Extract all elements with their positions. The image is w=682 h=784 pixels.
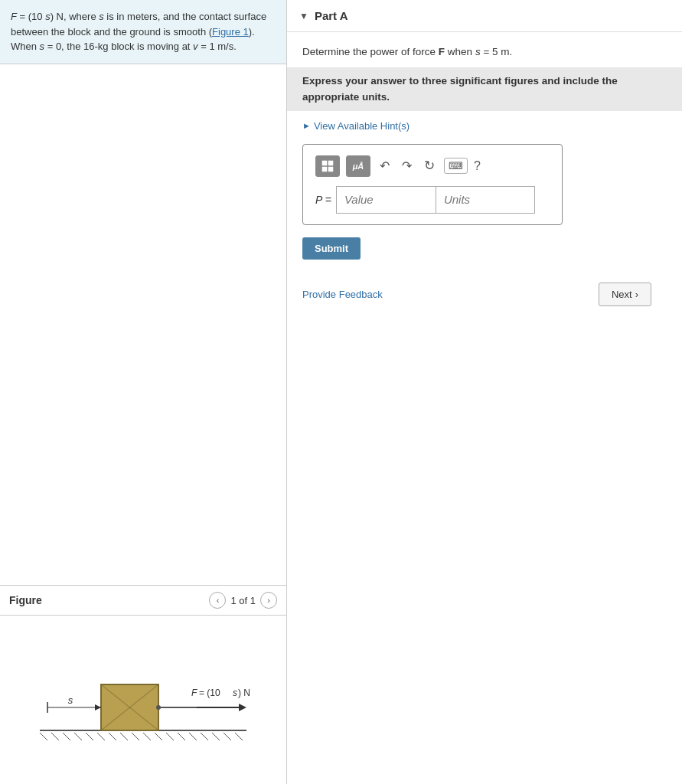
svg-line-9 <box>132 733 139 740</box>
figure-section: Figure ‹ 1 of 1 › <box>0 64 286 785</box>
matrix-icon <box>321 159 334 173</box>
next-button[interactable]: Next › <box>599 283 651 306</box>
svg-text:= (10: = (10 <box>199 688 220 698</box>
svg-line-14 <box>189 733 197 740</box>
figure-nav: ‹ 1 of 1 › <box>209 592 277 609</box>
toolbar: μÅ ↶ ↷ ↻ ⌨ ? <box>315 155 550 177</box>
svg-line-3 <box>63 733 70 740</box>
keyboard-button[interactable]: ⌨ <box>444 158 468 174</box>
svg-line-10 <box>143 733 151 740</box>
left-panel: F = (10 s) N, where s is in meters, and … <box>0 0 287 784</box>
svg-line-8 <box>120 733 128 740</box>
reset-button[interactable]: ↻ <box>421 156 438 175</box>
figure-svg: s F = (10 s ) N <box>24 635 262 757</box>
figure-title: Figure <box>9 594 42 606</box>
matrix-button[interactable] <box>315 155 340 177</box>
input-row: P = <box>315 186 550 214</box>
svg-rect-34 <box>322 161 327 165</box>
feedback-link[interactable]: Provide Feedback <box>302 289 383 300</box>
instruction-text: Express your answer to three significant… <box>287 67 682 111</box>
undo-button[interactable]: ↶ <box>377 157 393 175</box>
svg-line-7 <box>109 733 116 740</box>
svg-text:s: s <box>233 688 237 698</box>
svg-text:s: s <box>68 694 73 706</box>
next-chevron-icon: › <box>635 289 638 300</box>
svg-line-16 <box>212 733 220 740</box>
svg-line-5 <box>86 733 93 740</box>
answer-box: μÅ ↶ ↷ ↻ ⌨ ? P = <box>302 144 563 225</box>
svg-line-13 <box>178 733 185 740</box>
problem-text-content: F = (10 s) N, where s is in meters, and … <box>11 11 266 52</box>
svg-line-17 <box>224 733 231 740</box>
p-label: P = <box>315 194 331 206</box>
svg-rect-35 <box>328 161 333 165</box>
svg-line-1 <box>40 733 47 740</box>
svg-marker-29 <box>239 704 246 711</box>
svg-rect-36 <box>322 167 327 172</box>
svg-line-18 <box>235 733 243 740</box>
figure-header: Figure ‹ 1 of 1 › <box>0 585 286 616</box>
svg-text:) N: ) N <box>238 688 250 698</box>
hint-link[interactable]: ► View Available Hint(s) <box>302 120 667 132</box>
svg-line-12 <box>166 733 174 740</box>
figure-next-button[interactable]: › <box>260 592 277 609</box>
submit-button[interactable]: Submit <box>302 237 361 260</box>
svg-line-4 <box>74 733 82 740</box>
figure-image: s F = (10 s ) N <box>0 616 286 784</box>
symbol-button[interactable]: μÅ <box>346 155 370 177</box>
bottom-row: Provide Feedback Next › <box>302 283 667 322</box>
part-header: ▼ Part A <box>287 0 682 32</box>
part-collapse-arrow[interactable]: ▼ <box>299 11 308 21</box>
figure-link[interactable]: Figure 1 <box>212 26 249 38</box>
svg-rect-37 <box>328 167 333 172</box>
value-input[interactable] <box>336 186 436 214</box>
svg-line-15 <box>201 733 208 740</box>
svg-point-27 <box>156 705 161 710</box>
svg-text:F: F <box>191 688 197 698</box>
hint-arrow-icon: ► <box>302 121 311 130</box>
svg-line-2 <box>51 733 59 740</box>
svg-line-6 <box>97 733 105 740</box>
problem-description: F = (10 s) N, where s is in meters, and … <box>0 0 286 64</box>
part-content: Determine the power of force F when s = … <box>287 32 682 334</box>
svg-line-11 <box>155 733 162 740</box>
figure-prev-button[interactable]: ‹ <box>209 592 226 609</box>
part-title: Part A <box>315 9 348 22</box>
right-panel: ▼ Part A Determine the power of force F … <box>287 0 682 784</box>
figure-count: 1 of 1 <box>230 595 256 606</box>
help-button[interactable]: ? <box>474 159 481 173</box>
redo-button[interactable]: ↷ <box>399 157 415 175</box>
hint-label: View Available Hint(s) <box>314 120 410 132</box>
keyboard-icon: ⌨ <box>449 160 463 172</box>
question-text: Determine the power of force F when s = … <box>302 44 667 60</box>
svg-marker-24 <box>95 704 101 710</box>
units-input[interactable] <box>436 186 535 214</box>
